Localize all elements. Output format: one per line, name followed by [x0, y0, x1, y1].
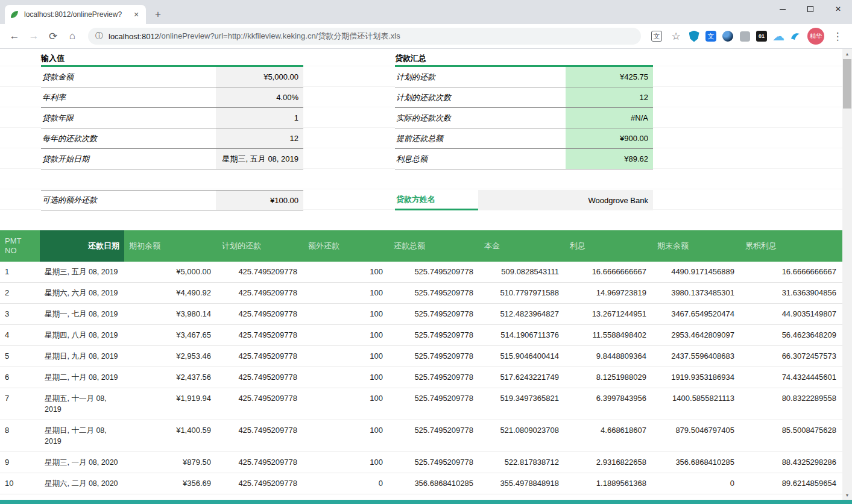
- cloud-extension-icon[interactable]: ☁: [770, 28, 787, 45]
- forward-icon[interactable]: →: [25, 28, 42, 45]
- url-bar[interactable]: ⓘ localhost:8012/onlinePreview?url=http:…: [88, 28, 641, 45]
- cell-ending-balance: 3467.6549520474: [652, 304, 740, 325]
- cell-extra-payment: 100: [303, 325, 389, 346]
- maximize-icon: [807, 6, 813, 12]
- vertical-scrollbar[interactable]: ▲ ▼: [842, 49, 852, 500]
- summary-panel-rows: 计划的还款 ¥425.75 计划的还款次数 12 实际的还款次数 #N/A: [395, 67, 653, 169]
- cell-cumulative-interest: 31.6363904856: [740, 283, 842, 304]
- input-row-label: 每年的还款次数: [41, 128, 216, 148]
- summary-row: 提前还款总额 ¥900.00: [395, 128, 653, 149]
- page-info-icon[interactable]: ⓘ: [95, 31, 103, 42]
- table-row: 2 星期六, 六月 08, 2019 ¥4,490.92 425.7495209…: [0, 283, 842, 304]
- table-row: 6 星期二, 十月 08, 2019 ¥2,437.56 425.7495209…: [0, 367, 842, 388]
- cell-total-payment: 525.7495209778: [389, 452, 479, 473]
- input-row: 每年的还款次数 12: [41, 128, 303, 149]
- cell-ending-balance: 0: [652, 473, 740, 494]
- cell-beginning-balance: ¥3,980.14: [124, 304, 217, 325]
- window-controls: ✕: [769, 0, 852, 18]
- tab-title: localhost:8012/onlinePreview?: [24, 10, 131, 19]
- home-icon[interactable]: ⌂: [64, 28, 81, 45]
- maximize-button[interactable]: [797, 0, 824, 18]
- cell-payment-date: 星期六, 六月 08, 2019: [40, 283, 124, 304]
- browser-window: localhost:8012/onlinePreview? ✕ + ✕ ← → …: [0, 0, 852, 504]
- tab-close-icon[interactable]: ✕: [131, 10, 141, 19]
- cell-principal: 521.0809023708: [479, 420, 565, 452]
- chrome-menu-icon[interactable]: ⋮: [829, 28, 846, 45]
- gray-extension-icon[interactable]: [736, 28, 753, 45]
- lender-value: Woodgrove Bank: [478, 190, 653, 210]
- column-header: 本金: [479, 230, 565, 262]
- cell-principal: 517.6243221749: [479, 367, 565, 388]
- cell-interest: 8.1251988029: [565, 367, 652, 388]
- translate-icon[interactable]: 文: [648, 28, 665, 45]
- cell-total-payment: 525.7495209778: [389, 367, 479, 388]
- cell-ending-balance: 2437.5596408683: [652, 346, 740, 367]
- badge-01-extension-icon[interactable]: 01: [753, 28, 770, 45]
- summary-row-value: ¥425.75: [566, 67, 653, 87]
- close-window-button[interactable]: ✕: [824, 0, 852, 18]
- cell-pmt-no: 7: [0, 388, 40, 420]
- cell-interest: 11.5588498402: [565, 325, 652, 346]
- back-icon[interactable]: ←: [6, 28, 23, 45]
- cell-beginning-balance: ¥1,919.94: [124, 388, 217, 420]
- extra-payment-value: ¥100.00: [216, 191, 303, 210]
- input-row: 贷款年限 1: [41, 108, 303, 128]
- cell-ending-balance: 1919.9353186934: [652, 367, 740, 388]
- input-row-label: 年利率: [41, 87, 216, 107]
- cell-extra-payment: 100: [303, 420, 389, 452]
- table-row: 8 星期日, 十二月 08, 2019 ¥1,400.59 425.749520…: [0, 420, 842, 452]
- cell-cumulative-interest: 80.8322289558: [740, 388, 842, 420]
- cell-interest: 13.2671244951: [565, 304, 652, 325]
- shield-extension-icon[interactable]: [686, 28, 702, 45]
- summary-row-label: 计划的还款次数: [395, 87, 566, 107]
- minimize-button[interactable]: [769, 0, 797, 18]
- column-header: 还款总额: [389, 230, 479, 262]
- amortization-schedule: PMT NO还款日期期初余额计划的还款额外还款还款总额本金利息期末余额累积利息 …: [0, 230, 842, 494]
- circle-extension-icon[interactable]: [719, 28, 736, 45]
- input-row-label: 贷款金额: [41, 67, 216, 87]
- cell-scheduled-payment: 425.7495209778: [217, 325, 303, 346]
- cell-beginning-balance: ¥5,000.00: [124, 262, 217, 283]
- summary-row: 计划的还款次数 12: [395, 87, 653, 108]
- cell-ending-balance: 2953.4642809097: [652, 325, 740, 346]
- cell-scheduled-payment: 425.7495209778: [217, 473, 303, 494]
- cell-pmt-no: 9: [0, 452, 40, 473]
- bird-extension-icon[interactable]: [787, 28, 804, 45]
- input-panel-title: 输入值: [41, 52, 303, 65]
- bookmark-star-icon[interactable]: ☆: [667, 28, 684, 45]
- summary-row-value: ¥89.62: [566, 149, 653, 169]
- cell-scheduled-payment: 425.7495209778: [217, 452, 303, 473]
- browser-tab[interactable]: localhost:8012/onlinePreview? ✕: [5, 5, 146, 24]
- table-row: 3 星期一, 七月 08, 2019 ¥3,980.14 425.7495209…: [0, 304, 842, 325]
- column-header: 期初余额: [124, 230, 217, 262]
- input-values-panel: 输入值 贷款金额 ¥5,000.00 年利率 4.00%: [41, 52, 303, 210]
- scrollbar-thumb[interactable]: [843, 59, 851, 109]
- minimize-icon: [780, 9, 786, 10]
- cell-payment-date: 星期四, 八月 08, 2019: [40, 325, 124, 346]
- scroll-up-icon[interactable]: ▲: [842, 49, 852, 58]
- cell-scheduled-payment: 425.7495209778: [217, 420, 303, 452]
- cell-payment-date: 星期三, 五月 08, 2019: [40, 262, 124, 283]
- cell-ending-balance: 879.5046797405: [652, 420, 740, 452]
- table-row: 7 星期五, 十一月 08, 2019 ¥1,919.94 425.749520…: [0, 388, 842, 420]
- translate-extension-icon[interactable]: 文: [702, 28, 719, 45]
- new-tab-button[interactable]: +: [150, 6, 166, 23]
- column-header: 还款日期: [40, 230, 124, 262]
- extra-payment-row: 可选的额外还款 ¥100.00: [41, 190, 303, 210]
- cell-ending-balance: 3980.1373485301: [652, 283, 740, 304]
- cell-payment-date: 星期二, 十月 08, 2019: [40, 367, 124, 388]
- summary-row-value: #N/A: [566, 108, 653, 128]
- table-row: 4 星期四, 八月 08, 2019 ¥3,467.65 425.7495209…: [0, 325, 842, 346]
- cell-cumulative-interest: 85.5008475628: [740, 420, 842, 452]
- summary-row-label: 计划的还款: [395, 67, 566, 87]
- scroll-down-icon[interactable]: ▼: [842, 490, 852, 500]
- cell-principal: 509.0828543111: [479, 262, 565, 283]
- input-row: 贷款开始日期 星期三, 五月 08, 2019: [41, 149, 303, 169]
- cell-extra-payment: 100: [303, 304, 389, 325]
- profile-avatar[interactable]: 精华: [807, 28, 824, 45]
- spacer-row: [395, 169, 653, 190]
- table-row: 5 星期日, 九月 08, 2019 ¥2,953.46 425.7495209…: [0, 346, 842, 367]
- extension-icons: 文 01 ☁: [686, 28, 804, 45]
- cell-payment-date: 星期五, 十一月 08, 2019: [40, 388, 124, 420]
- reload-icon[interactable]: ⟳: [45, 28, 62, 45]
